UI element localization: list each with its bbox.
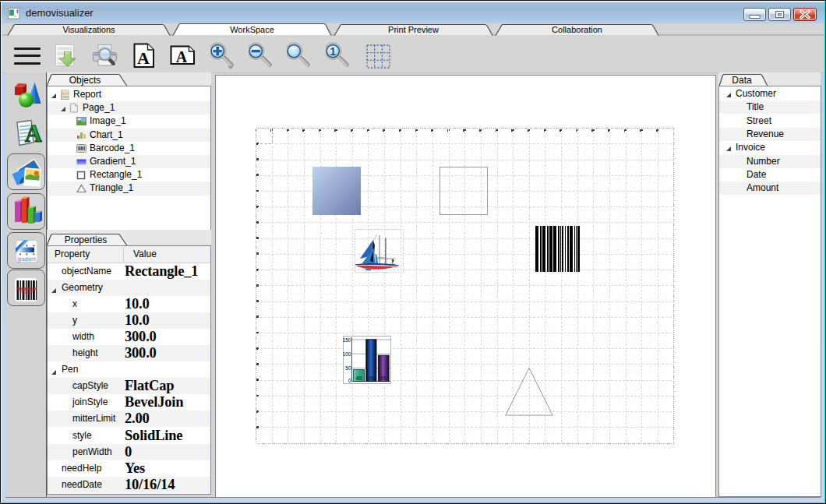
svg-text:150: 150 [366, 375, 376, 381]
svg-text:150: 150 [343, 337, 351, 342]
svg-text:WorkSpace: WorkSpace [230, 25, 274, 34]
svg-text:A: A [137, 48, 150, 68]
svg-text:Visualizations: Visualizations [62, 25, 115, 34]
svg-text:A: A [176, 48, 188, 65]
svg-text:Data: Data [732, 75, 752, 86]
svg-text:Objects: Objects [69, 75, 101, 86]
svg-text:A: A [25, 120, 42, 147]
svg-text:Print Preview: Print Preview [388, 25, 439, 34]
svg-text:95: 95 [379, 375, 386, 381]
svg-text:1: 1 [330, 45, 336, 58]
svg-text:100: 100 [343, 351, 351, 356]
svg-text:Collaboration: Collaboration [552, 25, 602, 34]
svg-text:Properties: Properties [65, 234, 108, 245]
svg-text:40: 40 [355, 375, 362, 381]
svg-text:50: 50 [345, 365, 351, 370]
svg-text:0: 0 [348, 378, 351, 383]
svg-text:gradient: gradient [17, 256, 36, 263]
